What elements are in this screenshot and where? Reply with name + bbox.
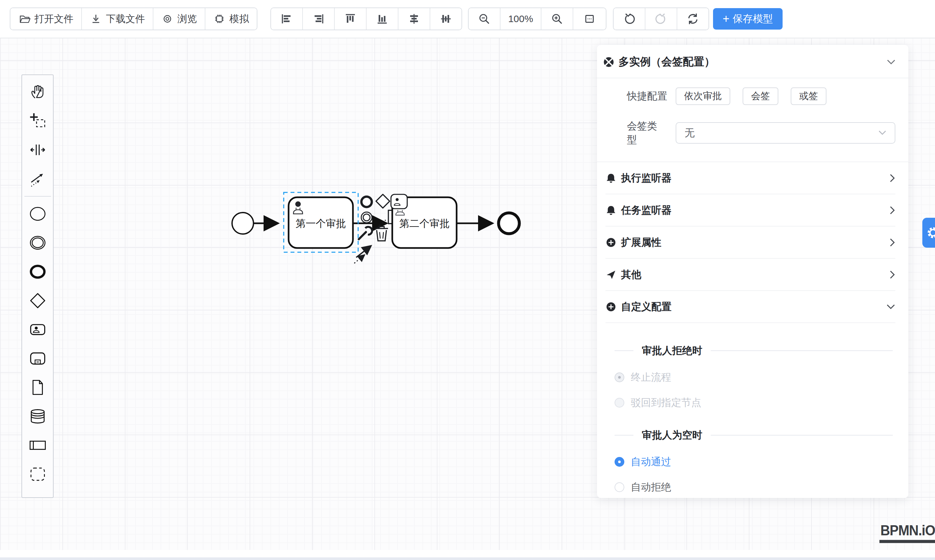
gateway-icon[interactable] (28, 292, 47, 310)
align-bottom-button[interactable] (366, 8, 398, 29)
start-event-shape[interactable] (232, 212, 254, 234)
context-pad (354, 194, 394, 263)
plus-circle-icon (606, 301, 617, 312)
section-extension-properties[interactable]: 扩展属性 (606, 226, 895, 259)
fit-viewport-icon (583, 12, 597, 26)
radio-icon (615, 457, 624, 467)
chip-icon (213, 13, 226, 25)
quick-option-countersign-button[interactable]: 会签 (743, 88, 778, 105)
browse-label: 浏览 (177, 12, 197, 26)
zoom-out-icon (477, 12, 491, 26)
settings-tab[interactable] (922, 218, 935, 248)
panel-header[interactable]: 多实例（会签配置） (597, 45, 908, 69)
fit-viewport-button[interactable] (573, 8, 606, 29)
lasso-tool-icon[interactable] (28, 112, 47, 130)
approver-reject-title: 审批人拒绝时 (642, 344, 702, 357)
end-event-shape[interactable] (498, 213, 519, 234)
append-gateway-icon[interactable] (376, 194, 390, 208)
append-user-task-icon[interactable] (391, 194, 407, 209)
align-right-icon (312, 12, 325, 25)
reset-button[interactable] (677, 8, 709, 29)
quick-option-label: 依次审批 (684, 90, 722, 103)
radio-return-to-node[interactable]: 驳回到指定节点 (615, 396, 893, 409)
radio-auto-reject[interactable]: 自动拒绝 (615, 480, 893, 494)
quick-option-sequential-button[interactable]: 依次审批 (676, 88, 730, 105)
end-event-icon[interactable] (28, 263, 47, 281)
align-center-horizontal-button[interactable] (398, 8, 430, 29)
save-model-button[interactable]: + 保存模型 (713, 8, 783, 29)
intermediate-event-icon[interactable] (28, 234, 47, 252)
radio-terminate-process[interactable]: 终止流程 (615, 371, 893, 384)
radio-label: 自动拒绝 (631, 480, 671, 494)
hand-tool-icon[interactable] (28, 83, 47, 101)
space-tool-icon[interactable] (28, 141, 47, 159)
user-task-icon[interactable] (28, 320, 47, 338)
sign-type-select[interactable]: 无 (676, 122, 896, 144)
radio-label: 驳回到指定节点 (631, 396, 701, 409)
download-file-button[interactable]: 下载文件 (81, 8, 153, 29)
chevron-right-icon (889, 206, 895, 215)
user-task-1-shape[interactable]: 第一个审批 (289, 197, 353, 248)
browse-button[interactable]: 浏览 (153, 8, 205, 29)
zoom-button-group: 100% (468, 8, 606, 30)
align-center-vertical-icon (439, 12, 452, 25)
append-text-annotation-icon[interactable] (377, 210, 394, 228)
bell-icon (606, 172, 617, 184)
palette-separator (25, 196, 51, 197)
horizontal-scrollbar[interactable] (0, 557, 935, 560)
section-task-listener[interactable]: 任务监听器 (606, 194, 895, 226)
global-connect-icon[interactable] (28, 170, 47, 188)
canvas-bottom-fade (0, 550, 935, 557)
align-center-vertical-button[interactable] (430, 8, 461, 29)
append-intermediate-event-icon[interactable] (361, 212, 372, 223)
zoom-out-button[interactable] (469, 8, 500, 29)
download-icon (90, 13, 102, 25)
quick-option-orsign-button[interactable]: 或签 (791, 88, 826, 105)
subprocess-icon[interactable] (28, 349, 47, 368)
zoom-in-button[interactable] (541, 8, 573, 29)
data-store-icon[interactable] (28, 407, 47, 425)
align-left-button[interactable] (271, 8, 302, 29)
section-execution-listener[interactable]: 执行监听器 (606, 162, 895, 194)
task-2-label: 第二个审批 (400, 218, 450, 229)
redo-icon (654, 12, 668, 26)
align-right-button[interactable] (302, 8, 334, 29)
open-file-label: 打开文件 (34, 12, 74, 26)
undo-button[interactable] (614, 8, 645, 29)
chevron-down-icon[interactable] (887, 59, 895, 65)
section-other[interactable]: 其他 (606, 259, 895, 291)
radio-label: 终止流程 (631, 371, 671, 384)
append-end-event-icon[interactable] (361, 197, 372, 207)
preview-icon (161, 13, 174, 25)
section-label: 执行监听器 (621, 171, 889, 185)
connect-tool-icon[interactable] (354, 246, 371, 263)
align-top-button[interactable] (334, 8, 366, 29)
open-file-button[interactable]: 打开文件 (11, 8, 81, 29)
plus-icon: + (723, 13, 729, 25)
multi-instance-icon (603, 56, 615, 68)
bpmn-io-logo[interactable]: BPMN.iO (880, 523, 935, 543)
section-label: 扩展属性 (621, 235, 889, 249)
wrench-icon[interactable] (359, 227, 372, 239)
simulate-button[interactable]: 模拟 (205, 8, 257, 29)
start-event-icon[interactable] (28, 205, 47, 223)
sign-type-label: 会签类型 (627, 119, 667, 146)
participant-icon[interactable] (28, 436, 47, 454)
shape-palette (22, 74, 54, 498)
panel-title: 多实例（会签配置） (618, 55, 887, 69)
trash-icon[interactable] (375, 226, 388, 241)
radio-icon (615, 372, 624, 382)
chevron-right-icon (889, 174, 895, 183)
section-custom-config[interactable]: 自定义配置 (606, 291, 895, 323)
send-icon (606, 269, 617, 280)
chevron-down-icon (886, 304, 895, 310)
data-object-icon[interactable] (28, 378, 47, 397)
plus-circle-icon (606, 237, 617, 248)
redo-button[interactable] (645, 8, 677, 29)
simulate-label: 模拟 (229, 12, 249, 26)
radio-auto-pass[interactable]: 自动通过 (615, 455, 893, 469)
section-label: 自定义配置 (621, 300, 886, 314)
save-model-label: 保存模型 (733, 12, 773, 26)
group-icon[interactable] (28, 465, 47, 483)
zoom-level-display[interactable]: 100% (500, 8, 541, 29)
